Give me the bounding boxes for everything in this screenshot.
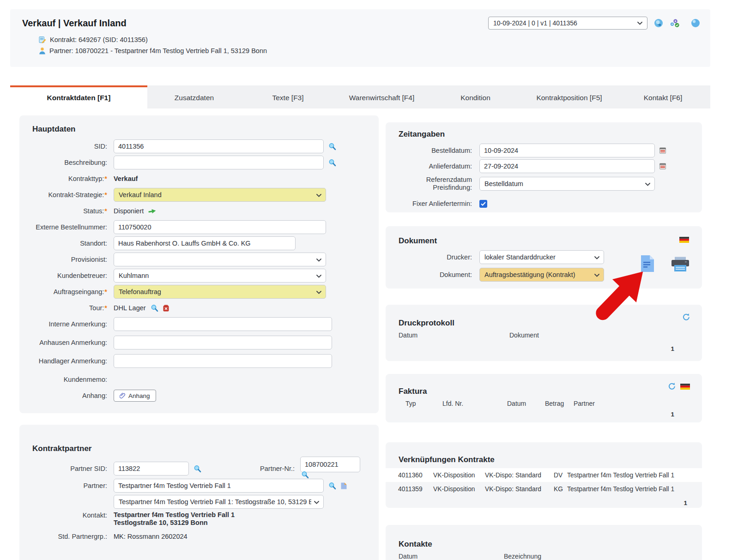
tab-label: Texte [F3] <box>272 94 303 102</box>
kundenmemo-label: Kundenmemo: <box>32 376 107 383</box>
anlieferdatum-input[interactable] <box>479 159 655 173</box>
referenzdatum-select[interactable]: Bestelldatum <box>479 177 655 191</box>
header-card: Verkauf | Verkauf Inland 10-09-2024 | 0 … <box>10 9 710 67</box>
tab-warenwirtschaft[interactable]: Warenwirtschaft [F4] <box>335 85 429 108</box>
partner-document-icon[interactable] <box>341 482 347 489</box>
externe-bestellnummer-label: Externe Bestellnummer: <box>32 223 107 231</box>
bestelldatum-input[interactable] <box>479 144 655 157</box>
printer-icon[interactable] <box>671 257 690 274</box>
partner-sid-input[interactable] <box>114 462 189 476</box>
chevron-down-icon <box>316 194 321 197</box>
gears-check-icon[interactable] <box>670 18 680 28</box>
attachment-icon <box>120 392 126 399</box>
partnergruppe-value: MK: Rossmann 2602024 <box>114 533 188 540</box>
table-row[interactable]: 4011360 VK-Disposition VK-Dispo: Standar… <box>386 468 702 482</box>
standort-label: Standort: <box>32 240 107 247</box>
kontrakt-strategie-row: Kontrakt-Strategie: Verkauf Inland <box>32 188 366 202</box>
tab-zusatzdaten[interactable]: Zusatzdaten <box>147 85 241 108</box>
auftragseingang-select[interactable]: Telefonauftrag <box>114 285 326 299</box>
faktura-header: Typ Lfd. Nr. Datum Betrag Partner <box>399 400 689 407</box>
hauptdaten-panel: Hauptdaten SID: Beschreibung: Kontraktty… <box>19 115 379 413</box>
partner-sid-label: Partner SID: <box>32 465 107 472</box>
cell-typ: VK-Disposition <box>433 472 485 479</box>
interne-anmerkung-input[interactable] <box>114 317 332 331</box>
tab-kondition[interactable]: Kondition <box>429 85 522 108</box>
verknuepfungen-title: Verknüpfungen Kontrakte <box>386 455 702 464</box>
history-icon[interactable] <box>654 18 663 28</box>
sid-row: SID: <box>32 139 366 153</box>
chevron-down-icon <box>316 275 321 278</box>
tab-label: Zusatzdaten <box>175 94 214 102</box>
delete-icon[interactable] <box>163 305 169 312</box>
chevron-down-icon <box>316 259 321 262</box>
tab-texte[interactable]: Texte [F3] <box>241 85 335 108</box>
kontakt-label: Kontakt: <box>32 511 107 519</box>
druckprotokoll-panel: Druckprotokoll Datum Dokument 1 <box>386 305 702 361</box>
anlieferdatum-label: Anlieferdatum: <box>399 163 472 170</box>
faktura-page[interactable]: 1 <box>399 411 689 418</box>
cell-sid: 4011359 <box>398 486 433 493</box>
handlager-anmerkung-input[interactable] <box>114 354 332 368</box>
kontakte-header: Datum Bezeichnung <box>399 553 689 560</box>
page: Verkauf | Verkauf Inland 10-09-2024 | 0 … <box>0 0 738 560</box>
cell-sid: 4011360 <box>398 472 433 479</box>
tab-kontraktposition[interactable]: Kontraktposition [F5] <box>522 85 616 108</box>
tab-label: Kontraktdaten [F1] <box>47 94 111 102</box>
kundenbetreuer-select[interactable]: Kuhlmann <box>114 269 326 283</box>
tabbar: Kontraktdaten [F1] Zusatzdaten Texte [F3… <box>10 85 710 108</box>
german-flag-icon <box>680 383 690 391</box>
anhausen-anmerkung-input[interactable] <box>114 336 332 349</box>
anhang-button[interactable]: Anhang <box>114 390 156 402</box>
globe-icon[interactable] <box>691 18 700 28</box>
druckprotokoll-page[interactable]: 1 <box>399 345 689 352</box>
calendar-icon[interactable] <box>659 147 666 154</box>
partner-adresse-select[interactable]: Testpartner f4m Testlog Vertrieb Fall 1:… <box>114 495 324 509</box>
refresh-icon[interactable] <box>668 382 676 392</box>
search-icon[interactable] <box>194 465 201 473</box>
search-icon[interactable] <box>301 471 309 481</box>
externe-bestellnummer-input[interactable] <box>114 220 326 234</box>
drucker-select[interactable]: lokaler Standarddrucker <box>479 250 604 264</box>
refresh-icon[interactable] <box>682 313 690 323</box>
beschreibung-input[interactable] <box>114 156 324 169</box>
document-preview-icon[interactable] <box>641 255 654 274</box>
sid-input[interactable] <box>114 139 324 153</box>
referenzdatum-label: Referenzdatum Preisfindung: <box>399 176 472 191</box>
column-lfd-nr: Lfd. Nr. <box>442 400 507 407</box>
provisionist-select[interactable] <box>114 253 326 266</box>
table-row[interactable]: 4011359 VK-Disposition VK-Dispo: Standar… <box>386 482 702 496</box>
person-icon <box>39 47 46 54</box>
tab-kontraktdaten[interactable]: Kontraktdaten [F1] <box>10 85 147 108</box>
status-arrow-icon[interactable] <box>148 208 157 214</box>
auftragseingang-value: Telefonauftrag <box>119 288 161 295</box>
search-icon[interactable] <box>151 304 158 312</box>
partner-adresse-row: Testpartner f4m Testlog Vertrieb Fall 1:… <box>32 495 366 509</box>
tab-kontakt[interactable]: Kontakt [F6] <box>616 85 710 108</box>
chevron-down-icon <box>594 274 599 277</box>
standort-input[interactable] <box>114 236 296 250</box>
beschreibung-label: Beschreibung: <box>32 159 107 166</box>
version-select[interactable]: 10-09-2024 | 0 | v1 | 4011356 <box>488 17 647 30</box>
search-icon[interactable] <box>328 143 336 151</box>
search-icon[interactable] <box>328 482 336 490</box>
partner-label: Partner: <box>32 482 107 489</box>
drucker-value: lokaler Standarddrucker <box>484 253 556 261</box>
kontraktpartner-panel: Kontraktpartner Partner SID: Partner-Nr.… <box>19 425 379 560</box>
fixer-anliefertermin-label: Fixer Anliefertermin: <box>399 200 472 208</box>
partner-input[interactable] <box>114 479 324 493</box>
partner-info-row: Partner: 108700221 - Testpartner f4m Tes… <box>39 47 700 54</box>
search-icon[interactable] <box>328 159 336 167</box>
kontrakt-strategie-select[interactable]: Verkauf Inland <box>114 188 326 202</box>
verknuepfungen-page[interactable]: 1 <box>386 500 702 506</box>
kontrakttyp-label: Kontrakttyp: <box>32 175 107 182</box>
fixer-anliefertermin-checkbox[interactable] <box>479 200 487 208</box>
kundenbetreuer-label: Kundenbetreuer: <box>32 272 107 279</box>
cell-code: KG <box>554 486 567 493</box>
faktura-title: Faktura <box>399 387 689 396</box>
anhang-label: Anhang: <box>32 392 107 399</box>
status-row: Status: Disponiert <box>32 204 366 218</box>
calendar-icon[interactable] <box>659 163 666 169</box>
dokument-select[interactable]: Auftragsbestätigung (Kontrakt) <box>479 268 604 282</box>
chevron-down-icon <box>645 183 650 186</box>
partner-nr-input[interactable] <box>300 457 360 472</box>
